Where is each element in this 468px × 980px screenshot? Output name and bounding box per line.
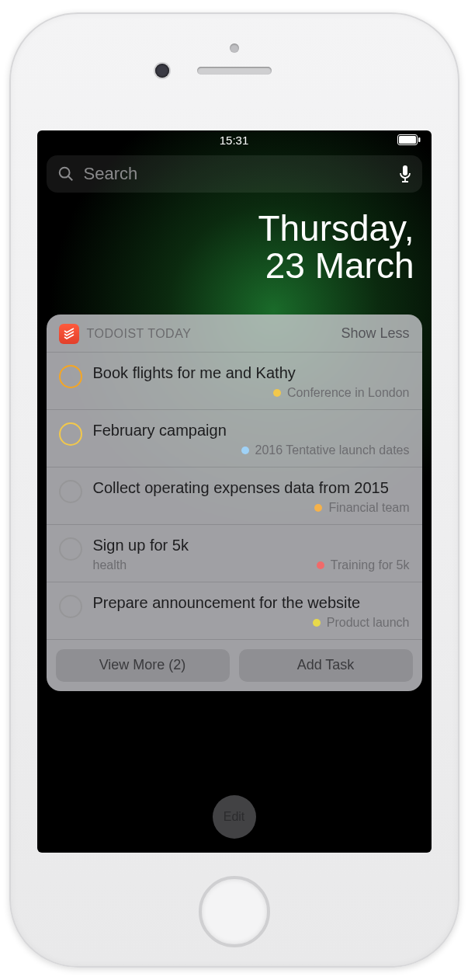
project-color-dot	[313, 619, 321, 627]
screen: 15:31	[37, 130, 432, 853]
view-more-button[interactable]: View More (2)	[56, 649, 230, 682]
search-icon	[57, 165, 75, 182]
task-row[interactable]: Prepare announcement for the websiteProd…	[47, 582, 422, 639]
battery-icon	[397, 134, 421, 145]
task-checkbox[interactable]	[59, 537, 82, 561]
widget-title: TODOIST TODAY	[87, 327, 192, 341]
task-project: Conference in London	[287, 386, 409, 400]
task-list: Book flights for me and KathyConference …	[47, 352, 422, 639]
task-meta: 2016 Tentative launch dates	[93, 443, 410, 457]
task-meta: healthTraining for 5k	[93, 558, 410, 572]
task-row[interactable]: Book flights for me and KathyConference …	[47, 352, 422, 409]
search-bar[interactable]	[47, 155, 422, 193]
svg-line-4	[68, 176, 72, 181]
svg-rect-2	[418, 137, 421, 142]
todoist-app-icon	[59, 324, 79, 344]
task-project: Financial team	[328, 501, 409, 515]
task-body: Prepare announcement for the websiteProd…	[93, 593, 410, 630]
task-meta: Conference in London	[93, 386, 410, 400]
task-title: February campaign	[93, 421, 410, 440]
svg-point-3	[59, 168, 69, 178]
widget-header: TODOIST TODAY Show Less	[47, 315, 422, 352]
svg-rect-1	[399, 136, 416, 144]
task-checkbox[interactable]	[59, 595, 82, 618]
task-row[interactable]: February campaign2016 Tentative launch d…	[47, 409, 422, 467]
task-project: 2016 Tentative launch dates	[255, 443, 410, 457]
widget-footer: View More (2) Add Task	[47, 639, 422, 691]
add-task-button[interactable]: Add Task	[239, 649, 413, 682]
task-row[interactable]: Collect operating expenses data from 201…	[47, 467, 422, 524]
home-button[interactable]	[199, 876, 270, 947]
task-project: Product launch	[327, 616, 410, 630]
task-meta: Financial team	[93, 501, 410, 515]
show-less-button[interactable]: Show Less	[341, 325, 409, 342]
front-camera	[155, 64, 169, 78]
speaker-grille	[197, 67, 272, 75]
status-time: 15:31	[220, 134, 249, 147]
task-meta: Product launch	[93, 616, 410, 630]
task-body: Book flights for me and KathyConference …	[93, 363, 410, 400]
task-body: February campaign2016 Tentative launch d…	[93, 421, 410, 457]
task-checkbox[interactable]	[59, 480, 82, 503]
weekday: Thursday,	[37, 210, 414, 247]
search-input[interactable]	[84, 164, 390, 184]
task-title: Collect operating expenses data from 201…	[93, 478, 410, 498]
task-row[interactable]: Sign up for 5khealthTraining for 5k	[47, 524, 422, 582]
project-color-dot	[314, 504, 322, 512]
todoist-widget: TODOIST TODAY Show Less Book flights for…	[47, 315, 422, 691]
status-bar: 15:31	[37, 130, 432, 149]
edit-label: Edit	[224, 810, 245, 824]
task-title: Prepare announcement for the website	[93, 593, 410, 613]
task-project: Training for 5k	[331, 558, 410, 572]
task-body: Sign up for 5khealthTraining for 5k	[93, 536, 410, 572]
date-block: Thursday, 23 March	[37, 193, 432, 285]
task-checkbox[interactable]	[59, 365, 82, 388]
iphone-frame: 15:31	[9, 12, 459, 968]
proximity-sensor	[230, 43, 239, 53]
project-color-dot	[241, 447, 249, 454]
date: 23 March	[37, 247, 414, 284]
task-body: Collect operating expenses data from 201…	[93, 478, 410, 515]
task-checkbox[interactable]	[59, 422, 82, 446]
edit-button[interactable]: Edit	[213, 795, 256, 839]
task-title: Sign up for 5k	[93, 536, 410, 555]
task-sublabel: health	[93, 558, 127, 572]
mic-icon[interactable]	[399, 165, 411, 183]
task-title: Book flights for me and Kathy	[93, 363, 410, 383]
project-color-dot	[317, 561, 324, 569]
svg-rect-5	[403, 165, 407, 175]
project-color-dot	[273, 389, 281, 397]
